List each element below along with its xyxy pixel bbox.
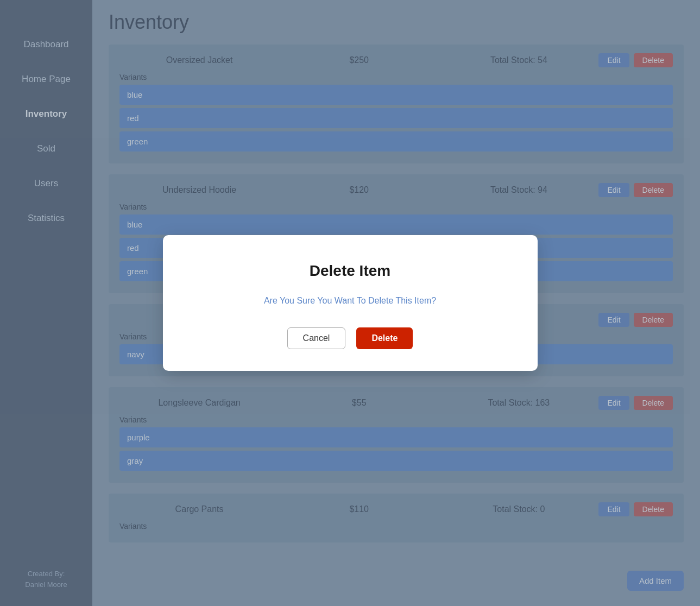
delete-modal: Delete Item Are You Sure You Want To Del… (163, 235, 538, 371)
modal-title: Delete Item (310, 262, 390, 280)
confirm-delete-button[interactable]: Delete (356, 327, 413, 349)
modal-body: Are You Sure You Want To Delete This Ite… (264, 296, 436, 306)
modal-actions: Cancel Delete (287, 327, 413, 349)
modal-overlay: Delete Item Are You Sure You Want To Del… (0, 0, 700, 606)
cancel-button[interactable]: Cancel (287, 327, 346, 349)
